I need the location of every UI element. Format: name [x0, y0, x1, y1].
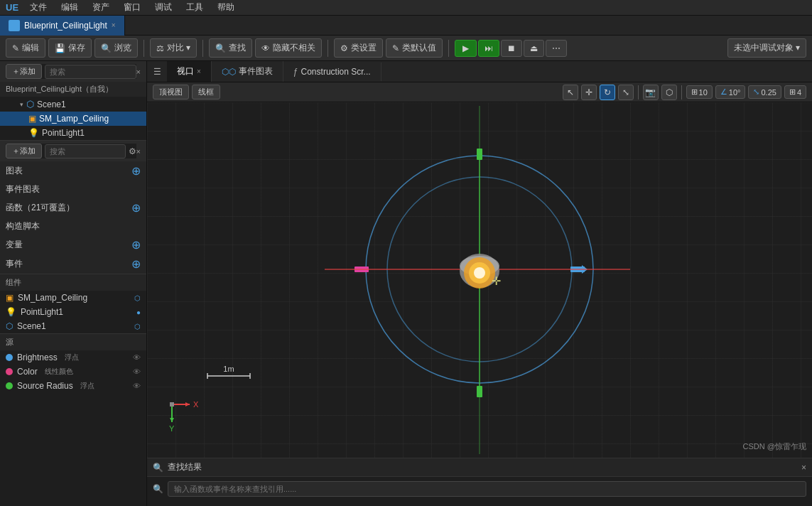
play-next-button[interactable]: ⏭	[478, 40, 499, 57]
play-button[interactable]: ▶	[455, 40, 477, 57]
menu-edit[interactable]: 编辑	[58, 0, 81, 15]
event-graph-icon: ⬡⬡	[222, 67, 236, 77]
vp-sep1	[638, 85, 639, 99]
more-button[interactable]: ⋯	[546, 40, 567, 57]
grid-indicator[interactable]: ⊞ 10	[686, 85, 713, 99]
source-radius-eye-icon[interactable]: 👁	[133, 382, 141, 390]
step-indicator[interactable]: ⊞ 4	[784, 85, 806, 99]
class-settings-button[interactable]: ⚙ 类设置	[334, 38, 383, 58]
construct-label: 构造脚本	[6, 220, 40, 232]
svg-text:✛: ✛	[492, 275, 501, 287]
components-add-button[interactable]: ＋添加	[6, 64, 42, 79]
menu-tools[interactable]: 工具	[183, 0, 206, 15]
tree-pointlight[interactable]: 💡 PointLight1	[0, 126, 146, 140]
var-scene1-icon2: ⬡	[134, 323, 141, 330]
browse-button[interactable]: 🔍 浏览	[94, 38, 138, 58]
section-event-graph: 事件图表	[0, 181, 146, 198]
move-tool-btn[interactable]: ✛	[581, 85, 597, 100]
graphs-add-icon[interactable]: ⊕	[131, 164, 141, 178]
my-blueprint-search-input[interactable]	[45, 144, 126, 158]
tab-close-btn[interactable]: ×	[112, 21, 116, 29]
var-sm-lamp-icon2: ⬡	[134, 294, 141, 302]
sub-tab-viewport[interactable]: 视口 ×	[167, 61, 212, 82]
viewport-menu-btn[interactable]: ☰	[147, 62, 167, 82]
tree-scene1[interactable]: ▾ ⬡ Scene1	[0, 97, 146, 112]
var-sm-lamp[interactable]: ▣ SM_Lamp_Ceiling ⬡	[0, 291, 146, 305]
select-tool-btn[interactable]: ↖	[563, 85, 578, 100]
tree-scene-label: Scene1	[37, 99, 66, 109]
scene1-icon: ⬡	[6, 321, 13, 331]
main-toolbar: ✎ 编辑 💾 保存 🔍 浏览 ⚖ 对比 ▾ 🔍 查找 👁 隐藏不相关 ⚙ 类设置…	[0, 36, 812, 61]
find-button[interactable]: 🔍 查找	[209, 38, 252, 58]
sep1	[144, 40, 144, 57]
step-value: 4	[797, 88, 801, 97]
pencil-icon: ✎	[392, 43, 399, 53]
search-results-input-row: 🔍	[147, 477, 812, 501]
var-color[interactable]: Color 线性颜色 👁	[0, 365, 146, 379]
save-button[interactable]: 💾 保存	[48, 38, 92, 58]
search-results-close-btn[interactable]: ×	[801, 463, 806, 473]
var-source-radius[interactable]: Source Radius 浮点 👁	[0, 379, 146, 393]
menu-file[interactable]: 文件	[27, 0, 50, 15]
rotate-tool-btn[interactable]: ↻	[600, 85, 615, 100]
compare-button[interactable]: ⚖ 对比 ▾	[150, 38, 197, 58]
class-defaults-button[interactable]: ✎ 类默认值	[386, 38, 443, 58]
vp-right-tools: ↖ ✛ ↻ ⤡ 📷 ⬡ ⊞ 10 ∠ 10° ⤡ 0.25	[563, 85, 806, 100]
construction-tab-label: Construction Scr...	[301, 67, 371, 77]
hide-unrelated-button[interactable]: 👁 隐藏不相关	[255, 38, 322, 58]
viewport-toolbar: 顶视图 线框 ↖ ✛ ↻ ⤡ 📷 ⬡ ⊞ 10 ∠ 10°	[147, 82, 812, 102]
angle-icon: ∠	[720, 87, 727, 97]
var-color-label: Color	[17, 367, 38, 377]
var-scene1[interactable]: ⬡ Scene1 ⬡	[0, 319, 146, 333]
brightness-dot	[6, 354, 13, 361]
sub-tab-event-graph[interactable]: ⬡⬡ 事件图表	[212, 61, 283, 82]
camera-btn[interactable]: 📷	[643, 85, 659, 100]
angle-indicator[interactable]: ∠ 10°	[715, 85, 746, 99]
my-blueprint-searchbar: ＋添加 ⚙	[6, 144, 136, 158]
scene-icon: ⬡	[26, 99, 34, 109]
bottom-vars-header: 组件	[0, 274, 146, 291]
sep4	[448, 40, 449, 57]
my-blueprint-close-btn[interactable]: ×	[136, 147, 141, 156]
gear-icon: ⚙	[340, 43, 348, 53]
variables-add-icon[interactable]: ⊕	[131, 238, 141, 252]
top-view-button[interactable]: 顶视图	[153, 85, 189, 99]
surface-btn[interactable]: ⬡	[661, 85, 677, 100]
var-brightness[interactable]: Brightness 浮点 👁	[0, 350, 146, 365]
menu-window[interactable]: 窗口	[121, 0, 144, 15]
var-scene1-label: Scene1	[17, 321, 46, 331]
functions-label: 函数（21可覆盖）	[6, 202, 75, 214]
blueprint-tab[interactable]: Blueprint_CeilingLight ×	[0, 16, 125, 36]
var-source-radius-label: Source Radius	[17, 381, 73, 391]
sub-tab-construction[interactable]: ƒ Construction Scr...	[283, 63, 381, 81]
eject-button[interactable]: ⏏	[524, 40, 544, 57]
my-blueprint-header: ＋添加 ⚙ ×	[0, 141, 146, 161]
color-eye-icon[interactable]: 👁	[133, 367, 141, 376]
wireframe-button[interactable]: 线框	[192, 85, 220, 99]
search-results-field[interactable]	[168, 481, 806, 497]
my-blueprint-add-btn[interactable]: ＋添加	[6, 144, 42, 158]
functions-add-icon[interactable]: ⊕	[131, 201, 141, 215]
settings-icon[interactable]: ⚙	[129, 146, 136, 156]
events-add-icon[interactable]: ⊕	[131, 257, 141, 271]
var-pointlight[interactable]: 💡 PointLight1 ●	[0, 305, 146, 319]
brightness-type: 浮点	[65, 352, 79, 362]
debug-selector[interactable]: 未选中调试对象 ▾	[727, 38, 806, 58]
edit-button[interactable]: ✎ 编辑	[6, 38, 45, 58]
source-radius-type: 浮点	[80, 381, 94, 391]
components-close-btn[interactable]: ×	[136, 68, 141, 76]
blueprint-tab-icon	[9, 20, 20, 31]
tree-sm-lamp[interactable]: ▣ SM_Lamp_Ceiling	[0, 112, 146, 126]
components-search-input[interactable]	[45, 65, 136, 79]
color-type: 线性颜色	[45, 367, 73, 377]
brightness-eye-icon[interactable]: 👁	[133, 353, 141, 362]
menu-help[interactable]: 帮助	[215, 0, 237, 15]
menu-debug[interactable]: 调试	[152, 0, 175, 15]
stop-button[interactable]: ⏹	[501, 40, 522, 57]
bottom-vars-section: 组件 ▣ SM_Lamp_Ceiling ⬡ 💡 PointLight1 ● ⬡…	[0, 274, 146, 506]
scale-indicator-btn[interactable]: ⤡ 0.25	[748, 85, 781, 99]
scale-tool-btn[interactable]: ⤡	[618, 85, 634, 100]
menu-assets[interactable]: 资产	[90, 0, 112, 15]
viewport-tab-close[interactable]: ×	[197, 68, 201, 75]
viewport-svg: 1m X Y	[147, 102, 812, 458]
